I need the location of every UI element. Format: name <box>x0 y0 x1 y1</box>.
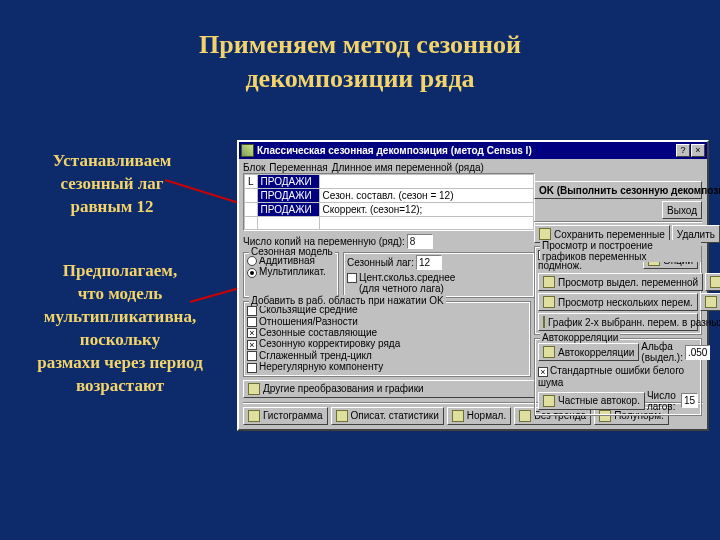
table-icon <box>543 276 555 288</box>
header-block: Блок <box>243 162 265 173</box>
histogram-icon <box>248 410 260 422</box>
view-group: Просмотр и построение графиков переменны… <box>534 246 702 335</box>
view-multi-button[interactable]: Просмотр нескольких перем. <box>538 293 698 311</box>
wrench-icon <box>248 383 260 395</box>
lag-group: Сезонный лаг: 12 Цент.скольз.среднее (дл… <box>343 252 535 298</box>
decomposition-dialog: Классическая сезонная декомпозиция (мето… <box>237 140 709 431</box>
copies-input[interactable]: 8 <box>407 234 433 249</box>
season-model-group: Сезонная модель Аддитивная Мультипликат. <box>243 252 339 298</box>
radio-multiplicative[interactable]: Мультипликат. <box>247 266 335 277</box>
view-selected-button[interactable]: Просмотр выдел. переменной <box>538 273 703 291</box>
autocorr-button[interactable]: Автокорреляции <box>538 343 639 361</box>
variable-grid[interactable]: LПРОДАЖИ ПРОДАЖИСезон. составл. (сезон =… <box>243 173 535 231</box>
check-seascomp[interactable]: ×Сезонные составляющие <box>247 327 527 338</box>
chart-icon <box>543 316 545 328</box>
lags-input[interactable]: 15 <box>681 393 698 408</box>
ok-button[interactable]: OK (Выполнить сезонную декомпозицию) <box>534 181 702 199</box>
histogram-button[interactable]: Гистограмма <box>243 407 328 425</box>
desc-stats-button[interactable]: Описат. статистики <box>331 407 444 425</box>
slide-title: Применяем метод сезонной декомпозиции ря… <box>0 0 720 96</box>
check-stderr[interactable]: ×Стандартные ошибки белого шума <box>538 365 698 387</box>
window-title: Классическая сезонная декомпозиция (мето… <box>257 145 675 156</box>
autocorr-group: Автокорреляции АвтокорреляцииАльфа (выде… <box>534 338 702 415</box>
check-seascorr[interactable]: ×Сезонную корректировку ряда <box>247 338 527 349</box>
bars-icon <box>543 346 555 358</box>
bars-icon <box>543 395 555 407</box>
partial-autocorr-button[interactable]: Частные автокор. <box>538 392 645 410</box>
table-icon <box>543 296 555 308</box>
check-ratios[interactable]: Отношения/Разности <box>247 316 527 327</box>
annotation-lag: Устанавливаем сезонный лаг равным 12 <box>12 150 212 219</box>
header-var: Переменная <box>269 162 327 173</box>
table-icon <box>336 410 348 422</box>
plot-icon <box>519 410 531 422</box>
graph-button-2[interactable]: График <box>700 293 720 311</box>
chart-icon <box>710 276 720 288</box>
graph-two-scales-button[interactable]: График 2-х выбранн. перем. в разных масш… <box>538 313 698 331</box>
plot-icon <box>452 410 464 422</box>
lag-label: Сезонный лаг: <box>347 257 414 268</box>
header-long: Длинное имя переменной (ряда) <box>332 162 703 173</box>
help-button[interactable]: ? <box>676 144 690 157</box>
chart-icon <box>705 296 717 308</box>
graph-button[interactable]: График <box>705 273 720 291</box>
app-icon <box>241 144 254 157</box>
disk-icon <box>539 228 551 240</box>
other-transforms-button[interactable]: Другие преобразования и графики <box>243 380 535 398</box>
annotation-model: Предполагаем, что модель мультипликативн… <box>4 260 236 398</box>
exit-button[interactable]: Выход <box>662 201 702 219</box>
check-smoothtc[interactable]: Сглаженный тренд-цикл <box>247 350 527 361</box>
check-irreg[interactable]: Нерегулярную компоненту <box>247 361 527 372</box>
check-centered[interactable]: Цент.скольз.среднее <box>347 272 531 283</box>
alpha-input[interactable]: .050 <box>685 345 710 360</box>
lag-input[interactable]: 12 <box>416 255 442 270</box>
close-button[interactable]: × <box>691 144 705 157</box>
normal-button[interactable]: Нормал. <box>447 407 511 425</box>
titlebar[interactable]: Классическая сезонная декомпозиция (мето… <box>239 142 707 159</box>
add-on-ok-group: Добавить в раб. область при нажатии OK С… <box>243 301 531 376</box>
